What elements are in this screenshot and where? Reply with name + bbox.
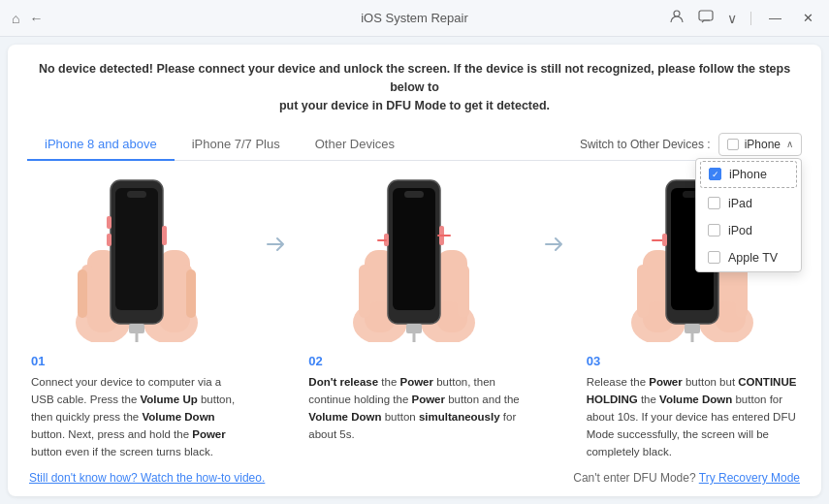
- step-1-phone-svg: [74, 173, 200, 342]
- main-content: No device detected! Please connect your …: [8, 45, 821, 496]
- footer: Still don't know how? Watch the how-to v…: [27, 471, 802, 485]
- dropdown-item-iphone[interactable]: iPhone: [700, 161, 797, 188]
- tab-other-devices[interactable]: Other Devices: [298, 129, 412, 161]
- alert-message: No device detected! Please connect your …: [27, 60, 802, 114]
- user-icon[interactable]: [669, 9, 685, 27]
- steps-area: 01 Connect your device to computer via a…: [27, 173, 802, 461]
- try-recovery-mode-link[interactable]: Try Recovery Mode: [699, 471, 800, 485]
- switch-device-control: Switch to Other Devices : iPhone ∧ iPhon…: [580, 133, 802, 156]
- step-1-illustration: [74, 173, 200, 342]
- svg-rect-40: [662, 234, 667, 246]
- dropdown-label-ipad: iPad: [728, 197, 752, 210]
- svg-rect-25: [393, 188, 435, 310]
- svg-rect-33: [637, 265, 649, 318]
- how-to-video-link[interactable]: Still don't know how? Watch the how-to v…: [29, 471, 265, 485]
- dropdown-item-ipad[interactable]: iPad: [696, 190, 801, 217]
- step-2-phone-svg: [351, 173, 477, 342]
- iphone-check-icon: [709, 168, 721, 180]
- step-1-column: 01 Connect your device to computer via a…: [27, 173, 246, 460]
- step-2-column: 02 Don't release the Power button, then …: [304, 173, 524, 443]
- svg-rect-11: [115, 188, 158, 310]
- svg-rect-1: [699, 11, 713, 20]
- minimize-button[interactable]: —: [765, 9, 785, 27]
- chevron-up-icon: ∧: [786, 139, 793, 149]
- dropdown-menu: iPhone iPad iPod Apple TV: [695, 158, 802, 272]
- svg-rect-9: [186, 269, 196, 318]
- chevron-down-icon[interactable]: ∨: [727, 11, 737, 26]
- title-bar-divider: [750, 12, 751, 25]
- back-icon[interactable]: ←: [29, 11, 43, 26]
- tab-iphone8-above[interactable]: iPhone 8 and above: [27, 129, 175, 161]
- home-icon[interactable]: ⌂: [12, 11, 19, 26]
- svg-rect-23: [458, 265, 469, 318]
- svg-rect-5: [78, 269, 87, 318]
- svg-rect-12: [127, 191, 146, 198]
- step-2-text: 02 Don't release the Power button, then …: [304, 352, 524, 443]
- svg-rect-41: [685, 324, 700, 333]
- svg-rect-20: [359, 265, 370, 318]
- dropdown-item-ipod[interactable]: iPod: [696, 217, 801, 244]
- svg-rect-15: [162, 226, 167, 245]
- svg-point-0: [674, 11, 680, 16]
- step-arrow-1: [262, 173, 289, 258]
- svg-rect-16: [129, 324, 144, 333]
- ipod-check-icon: [708, 224, 720, 236]
- footer-right: Can't enter DFU Mode? Try Recovery Mode: [573, 471, 800, 485]
- tab-iphone7[interactable]: iPhone 7/7 Plus: [175, 129, 298, 161]
- step-2-illustration: [351, 173, 477, 342]
- svg-rect-26: [404, 191, 424, 198]
- device-type-dropdown-wrapper: iPhone ∧ iPhone iPad iPod: [718, 133, 802, 156]
- dropdown-label-appletv: Apple TV: [728, 251, 778, 265]
- ipad-check-icon: [708, 197, 720, 209]
- device-type-dropdown-button[interactable]: iPhone ∧: [718, 133, 802, 156]
- dropdown-item-appletv[interactable]: Apple TV: [696, 244, 801, 271]
- close-button[interactable]: ✕: [799, 9, 817, 27]
- svg-rect-13: [107, 216, 112, 229]
- app-title: iOS System Repair: [361, 11, 468, 25]
- tabs-left: iPhone 8 and above iPhone 7/7 Plus Other…: [27, 128, 412, 160]
- step-arrow-2: [540, 173, 567, 258]
- title-bar: ⌂ ← iOS System Repair ∨ — ✕: [0, 0, 829, 37]
- cant-enter-dfu-text: Can't enter DFU Mode?: [573, 471, 698, 485]
- svg-rect-29: [406, 324, 422, 333]
- svg-rect-36: [736, 265, 748, 318]
- dropdown-check-icon: [727, 139, 739, 150]
- dropdown-selected-value: iPhone: [745, 138, 781, 151]
- dropdown-label-ipod: iPod: [728, 224, 752, 237]
- title-bar-left: ⌂ ←: [12, 11, 43, 26]
- step-3-text: 03 Release the Power button but CONTINUE…: [583, 352, 802, 460]
- tabs-row: iPhone 8 and above iPhone 7/7 Plus Other…: [27, 128, 802, 161]
- step-1-text: 01 Connect your device to computer via a…: [27, 352, 246, 460]
- dropdown-label-iphone: iPhone: [729, 168, 767, 181]
- switch-label: Switch to Other Devices :: [580, 138, 711, 151]
- chat-icon[interactable]: [698, 9, 714, 27]
- appletv-check-icon: [708, 251, 720, 264]
- svg-rect-14: [107, 234, 112, 246]
- title-bar-right: ∨ — ✕: [669, 9, 817, 27]
